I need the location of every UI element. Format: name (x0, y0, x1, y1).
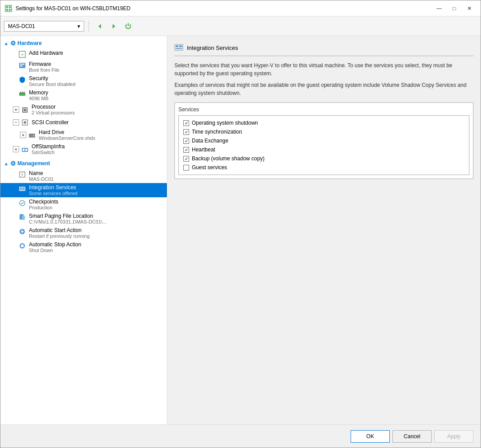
name-title: Name (29, 170, 54, 176)
service-item-1[interactable]: Time synchronization (182, 127, 466, 136)
sidebar-item-scsi[interactable]: − SCSI Controller (0, 117, 167, 128)
hard-drive-text: Hard Drive WindowsServerCore.vhdx (39, 129, 95, 141)
svg-rect-10 (20, 64, 24, 65)
svg-rect-37 (21, 244, 24, 247)
processor-icon (21, 106, 29, 114)
processor-title: Processor (32, 104, 75, 110)
sidebar-item-offstamp[interactable]: + OffStampInfra SdnSwitch (0, 142, 167, 156)
add-hardware-title: Add Hardware (29, 50, 63, 56)
services-group: Services Operating system shutdownTime s… (174, 102, 473, 179)
checkpoints-icon (18, 199, 26, 207)
auto-stop-title: Automatic Stop Action (29, 241, 81, 248)
sidebar-item-add-hardware[interactable]: + Add Hardware (0, 49, 167, 60)
sidebar-item-auto-stop[interactable]: Automatic Stop Action Shut Down (0, 240, 167, 254)
main-window: Settings for MAS-DC01 on WIN-C5BLDTM19ED… (0, 0, 481, 448)
service-checkbox-3[interactable] (183, 147, 189, 153)
auto-start-text: Automatic Start Action Restart if previo… (29, 227, 89, 239)
auto-start-icon (18, 228, 26, 236)
svg-rect-1 (6, 6, 8, 8)
ok-button[interactable]: OK (351, 430, 390, 443)
service-item-4[interactable]: Backup (volume shadow copy) (182, 154, 466, 163)
sidebar-item-name[interactable]: I Name MAS-DC01 (0, 169, 167, 183)
service-checkbox-0[interactable] (183, 120, 189, 126)
hard-drive-sub: WindowsServerCore.vhdx (39, 135, 95, 141)
title-bar: Settings for MAS-DC01 on WIN-C5BLDTM19ED… (0, 0, 481, 16)
sidebar-item-auto-start[interactable]: Automatic Start Action Restart if previo… (0, 226, 167, 240)
close-button[interactable]: ✕ (463, 4, 476, 13)
memory-sub: 4096 MB (29, 96, 49, 101)
sidebar-item-integration-services[interactable]: Integration Services Some services offer… (0, 183, 167, 197)
service-item-3[interactable]: Heartbeat (182, 145, 466, 154)
forward-button[interactable] (108, 20, 120, 33)
panel-header: Integration Services (174, 43, 473, 56)
sidebar-item-hard-drive[interactable]: + Hard Drive WindowsServerCore.vhdx (0, 128, 167, 142)
svg-text:I: I (22, 172, 23, 177)
main-content: ▲ ⚙ Hardware + Add Hardware (0, 36, 481, 424)
hardware-chevron: ▲ (4, 41, 8, 46)
sidebar-item-checkpoints[interactable]: Checkpoints Production (0, 197, 167, 212)
toolbar-separator (89, 21, 89, 32)
panel-description-2: Examples of services that might not be a… (174, 81, 473, 97)
service-item-5[interactable]: Guest services (182, 163, 466, 172)
svg-point-19 (24, 121, 26, 124)
svg-rect-30 (20, 189, 24, 190)
offstamp-text: OffStampInfra SdnSwitch (32, 143, 65, 155)
integration-services-text: Integration Services Some services offer… (29, 184, 77, 196)
management-section-header[interactable]: ▲ ⚙ Management (0, 158, 167, 169)
panel-title: Integration Services (187, 45, 238, 51)
svg-rect-38 (175, 45, 183, 50)
service-checkbox-2[interactable] (183, 138, 189, 144)
memory-icon (18, 90, 26, 98)
service-item-0[interactable]: Operating system shutdown (182, 118, 466, 127)
firmware-icon (18, 61, 26, 69)
service-label-4: Backup (volume shadow copy) (192, 155, 264, 162)
offstamp-title: OffStampInfra (32, 143, 65, 150)
restore-button[interactable]: □ (448, 4, 461, 13)
firmware-sub: Boot from File (29, 67, 59, 73)
service-checkbox-4[interactable] (183, 156, 189, 162)
service-checkbox-5[interactable] (183, 165, 189, 171)
scsi-expand-icon: − (13, 119, 19, 126)
vm-selector[interactable]: MAS-DC01 ▾ (4, 21, 84, 32)
checkpoints-text: Checkpoints Production (29, 199, 58, 210)
sidebar-item-smart-paging[interactable]: Smart Paging File Location C:\VMs\1.0.17… (0, 212, 167, 226)
svg-point-21 (33, 135, 35, 136)
right-panel: Integration Services Select the services… (167, 36, 481, 424)
cancel-button[interactable]: Cancel (392, 430, 432, 443)
offstamp-expand-icon: + (13, 146, 19, 152)
svg-rect-24 (25, 149, 27, 151)
management-section-label: Management (17, 160, 50, 167)
offstamp-sub: SdnSwitch (32, 150, 65, 155)
service-label-0: Operating system shutdown (192, 120, 258, 126)
sidebar-item-firmware[interactable]: Firmware Boot from File (0, 60, 167, 74)
power-icon (124, 22, 132, 30)
service-label-1: Time synchronization (192, 129, 242, 135)
window-icon (5, 5, 12, 12)
processor-expand-icon: + (13, 106, 19, 113)
sidebar-item-memory[interactable]: Memory 4096 MB (0, 88, 167, 102)
sidebar-item-security[interactable]: Security Secure Boot disabled (0, 74, 167, 88)
svg-rect-41 (176, 48, 182, 49)
auto-stop-icon (18, 242, 26, 250)
svg-rect-17 (24, 109, 26, 111)
window-title: Settings for MAS-DC01 on WIN-C5BLDTM19ED (16, 5, 432, 12)
sidebar-item-processor[interactable]: + Processor 2 Virtual processors (0, 102, 167, 117)
minimize-button[interactable]: — (432, 4, 446, 13)
svg-rect-14 (22, 92, 23, 93)
svg-rect-33 (22, 216, 25, 220)
firmware-title: Firmware (29, 61, 59, 67)
back-button[interactable] (93, 20, 106, 33)
service-item-2[interactable]: Data Exchange (182, 136, 466, 145)
service-checkbox-1[interactable] (183, 129, 189, 135)
svg-rect-23 (23, 149, 24, 151)
power-button[interactable] (122, 20, 134, 33)
smart-paging-sub: C:\VMs\1.0.170331.1\MAS-DC01\... (29, 219, 106, 224)
hardware-section-label: Hardware (17, 40, 42, 46)
name-sub: MAS-DC01 (29, 176, 54, 182)
name-icon: I (18, 171, 26, 179)
apply-button[interactable]: Apply (434, 430, 473, 443)
svg-rect-13 (20, 92, 21, 93)
security-sub: Secure Boot disabled (29, 81, 76, 87)
svg-marker-5 (98, 24, 101, 29)
hardware-section-header[interactable]: ▲ ⚙ Hardware (0, 38, 167, 49)
